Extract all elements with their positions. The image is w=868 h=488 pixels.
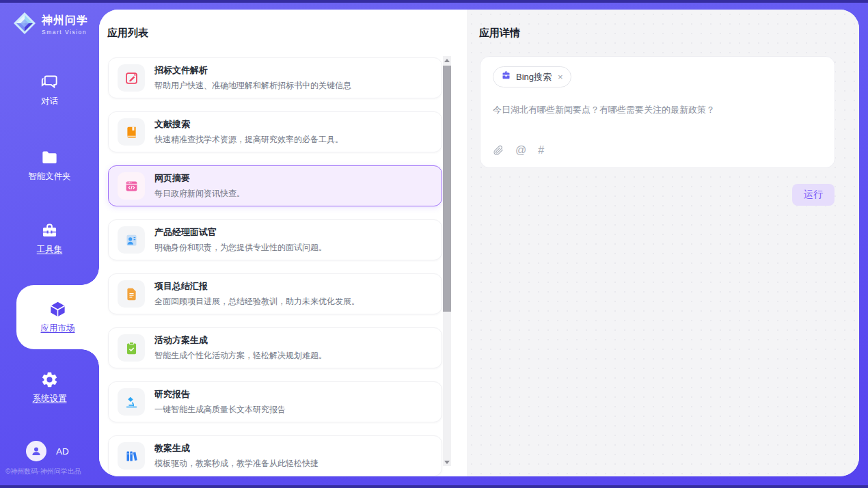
app-card-title: 研究报告 [154, 388, 286, 401]
chip-close-icon[interactable]: × [558, 72, 563, 82]
app-card[interactable]: 活动方案生成智能生成个性化活动方案，轻松解决规划难题。 [108, 327, 442, 368]
app-detail-panel: 应用详情 Bing搜索 × 今日湖北有哪些新闻要点？有哪些需要关注的最新政策？ [467, 10, 859, 476]
clipboard-check-icon [118, 334, 145, 362]
interviewer-icon [118, 226, 145, 254]
app-card-title: 活动方案生成 [154, 334, 327, 347]
scroll-up-arrow[interactable] [443, 56, 451, 64]
app-card-title: 产品经理面试官 [154, 226, 327, 239]
sidebar: 神州问学 Smart Vision 对话智能文件夹工具集应用市场系统设置 AD … [0, 3, 99, 485]
app-card-title: 网页摘要 [154, 172, 245, 185]
app-card-list: 招标文件解析帮助用户快速、准确地理解和解析招标书中的关键信息文献搜索快速精准查找… [108, 57, 442, 476]
app-card[interactable]: 文献搜索快速精准查找学术资源，提高研究效率的必备工具。 [108, 111, 442, 152]
query-text[interactable]: 今日湖北有哪些新闻要点？有哪些需要关注的最新政策？ [493, 104, 822, 116]
app-card-desc: 快速精准查找学术资源，提高研究效率的必备工具。 [154, 134, 343, 146]
app-card-desc: 明确身份和职责，为您提供专业性的面试问题。 [154, 242, 327, 254]
books-icon [118, 442, 145, 470]
app-card-desc: 智能生成个性化活动方案，轻松解决规划难题。 [154, 350, 327, 362]
hash-icon[interactable]: # [538, 144, 544, 157]
sidebar-item-label: 智能文件夹 [28, 171, 71, 182]
scroll-down-arrow[interactable] [443, 458, 451, 466]
app-background: 神州问学 Smart Vision 对话智能文件夹工具集应用市场系统设置 AD … [0, 3, 868, 485]
paperclip-icon[interactable] [493, 145, 504, 156]
app-card[interactable]: 招标文件解析帮助用户快速、准确地理解和解析招标书中的关键信息 [108, 57, 442, 98]
app-card-desc: 一键智能生成高质量长文本研究报告 [154, 404, 286, 416]
app-card-title: 教案生成 [154, 442, 318, 455]
gear-icon [40, 370, 59, 389]
app-card-desc: 全面回顾项目进展，总结经验教训，助力未来优化发展。 [154, 296, 360, 308]
sidebar-footer: ©神州数码·神州问学出品 [5, 467, 81, 476]
sidebar-item-label: 应用市场 [41, 323, 75, 334]
attachment-toolbar: @ # [493, 144, 544, 157]
app-card[interactable]: 项目总结汇报全面回顾项目进展，总结经验教训，助力未来优化发展。 [108, 273, 442, 314]
app-card-desc: 模板驱动，教案秒成，教学准备从此轻松快捷 [154, 458, 318, 470]
main-panel: 应用列表 招标文件解析帮助用户快速、准确地理解和解析招标书中的关键信息文献搜索快… [99, 10, 859, 476]
sidebar-item-2[interactable]: 智能文件夹 [0, 148, 99, 182]
person-icon [30, 445, 42, 457]
sidebar-item-3[interactable]: 工具集 [0, 221, 99, 256]
scrollbar-thumb[interactable] [443, 66, 451, 312]
sidebar-item-4[interactable]: 应用市场 [16, 285, 99, 349]
prompt-card: Bing搜索 × 今日湖北有哪些新闻要点？有哪些需要关注的最新政策？ @ # [480, 56, 835, 168]
tool-chip[interactable]: Bing搜索 × [493, 66, 571, 87]
app-card[interactable]: 研究报告一键智能生成高质量长文本研究报告 [108, 381, 442, 422]
app-card-title: 文献搜索 [154, 118, 343, 131]
brand-name: 神州问学 [42, 14, 88, 28]
book-icon [118, 118, 145, 146]
chat-icon [40, 73, 59, 92]
app-card-title: 项目总结汇报 [154, 280, 360, 293]
scrollbar[interactable] [443, 56, 451, 466]
app-card-title: 招标文件解析 [154, 64, 351, 77]
doc-edit-icon [118, 64, 145, 92]
user-initials: AD [56, 446, 69, 457]
sidebar-item-label: 对话 [41, 96, 58, 107]
microscope-icon [118, 388, 145, 416]
diamond-logo-icon [12, 11, 37, 38]
user-row[interactable]: AD [26, 441, 69, 461]
brand-subtitle: Smart Vision [42, 29, 88, 36]
folder-icon [40, 148, 59, 167]
app-card[interactable]: 产品经理面试官明确身份和职责，为您提供专业性的面试问题。 [108, 219, 442, 260]
app-card-desc: 帮助用户快速、准确地理解和解析招标书中的关键信息 [154, 80, 351, 92]
browser-code-icon [118, 172, 145, 200]
avatar [26, 441, 46, 461]
toolbox-icon [40, 221, 59, 240]
report-note-icon [118, 280, 145, 308]
briefcase-icon [501, 70, 511, 83]
at-icon[interactable]: @ [515, 144, 526, 157]
sidebar-item-label: 工具集 [37, 244, 63, 256]
cube-icon [49, 300, 67, 318]
app-list-title: 应用列表 [107, 27, 148, 40]
sidebar-item-1[interactable]: 对话 [0, 73, 99, 107]
sidebar-item-label: 系统设置 [33, 393, 67, 405]
brand-logo: 神州问学 Smart Vision [12, 11, 88, 38]
tool-chip-label: Bing搜索 [516, 71, 552, 83]
run-button[interactable]: 运行 [792, 184, 835, 206]
app-detail-title: 应用详情 [479, 27, 520, 40]
sidebar-item-5[interactable]: 系统设置 [0, 370, 99, 405]
app-window: 神州问学 Smart Vision 对话智能文件夹工具集应用市场系统设置 AD … [0, 0, 868, 488]
app-card[interactable]: 教案生成模板驱动，教案秒成，教学准备从此轻松快捷 [108, 435, 442, 476]
app-list-panel: 应用列表 招标文件解析帮助用户快速、准确地理解和解析招标书中的关键信息文献搜索快… [99, 10, 467, 476]
app-card-desc: 每日政府新闻资讯快查。 [154, 188, 245, 200]
app-card[interactable]: 网页摘要每日政府新闻资讯快查。 [108, 165, 442, 206]
